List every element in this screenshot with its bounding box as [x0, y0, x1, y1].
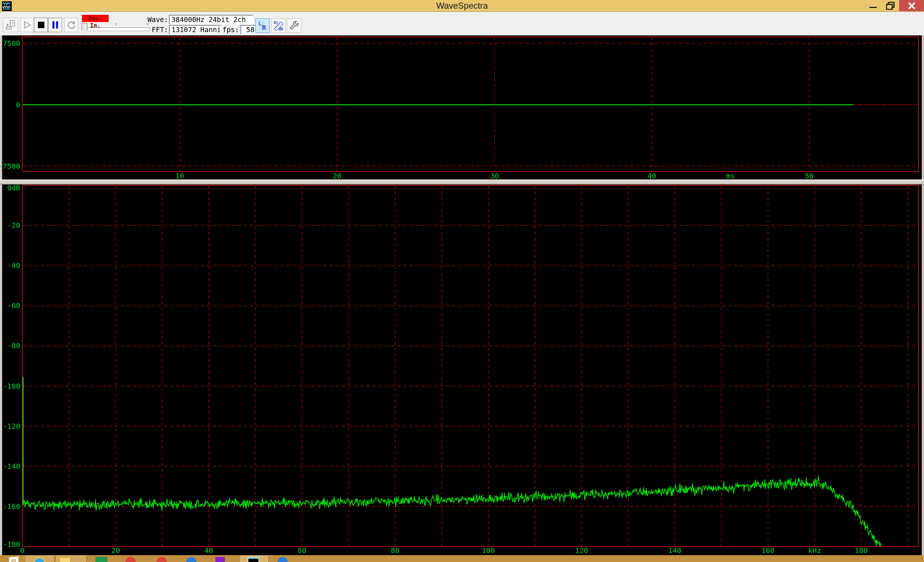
tick-label: 7500	[3, 39, 20, 48]
tick-label: -40	[7, 261, 20, 270]
tick-label: 120	[575, 546, 588, 555]
pause-button[interactable]	[48, 18, 62, 32]
tick-label: 20	[111, 546, 120, 555]
file-explorer-icon[interactable]	[59, 557, 71, 562]
hz-db-scale-icon: Hz dB	[273, 20, 284, 31]
taskbar	[0, 555, 924, 562]
play-icon	[22, 20, 32, 30]
slider-tick	[116, 23, 116, 25]
fps-label: fps:	[221, 26, 239, 34]
close-icon	[908, 2, 916, 10]
waveform-chart: 75000-75001020304050ms	[0, 35, 924, 179]
wave-label: Wave:	[143, 15, 168, 24]
app-red-icon-2[interactable]	[157, 557, 167, 562]
tick-label: -60	[7, 301, 20, 310]
rec-in-indicator: Rec. In.	[82, 15, 109, 22]
app-blue-icon-1[interactable]	[186, 557, 196, 562]
tick-label: 0	[16, 101, 20, 109]
spectrum-trace	[23, 476, 881, 547]
tick-label: kHz	[808, 546, 821, 555]
app-blue-icon-2[interactable]	[278, 557, 288, 562]
tick-label: -7500	[0, 162, 20, 170]
fps-value-field[interactable]: 58	[240, 25, 257, 35]
playback-position-slider[interactable]	[81, 23, 151, 34]
tick-label: -20	[7, 221, 20, 230]
tick-label: 100	[482, 546, 495, 555]
title-bar: WaveSpectra	[0, 0, 924, 12]
taskbar-seam	[86, 555, 87, 562]
lr-channel-icon: L R	[257, 20, 268, 31]
tick-label: 0dB	[7, 185, 20, 192]
stop-icon	[37, 21, 45, 29]
screen: WaveSpectra	[0, 0, 924, 562]
open-file-button[interactable]	[3, 18, 18, 32]
app-purple-icon[interactable]	[216, 557, 225, 562]
wrench-icon	[289, 20, 300, 31]
tick-label: 30	[490, 171, 499, 179]
toolbar: Rec. In. Wave: 384000Hz 24bit 2ch FFT: 1…	[0, 12, 924, 36]
tick-label: 40	[204, 546, 213, 555]
open-file-icon	[5, 20, 15, 30]
tick-label: -160	[3, 502, 20, 511]
svg-text:dB: dB	[279, 27, 283, 31]
lr-channel-toggle-button[interactable]: L R	[255, 18, 270, 33]
hz-db-scale-button[interactable]: Hz dB	[271, 18, 285, 33]
play-button[interactable]	[20, 18, 34, 32]
tick-label: 180	[855, 546, 868, 555]
tick-label: -80	[7, 341, 20, 350]
app-red-icon-1[interactable]	[126, 557, 136, 562]
stop-button[interactable]	[34, 18, 48, 32]
window-title: WaveSpectra	[0, 1, 924, 11]
loop-button[interactable]	[64, 18, 78, 32]
slider-groove[interactable]	[83, 27, 150, 31]
close-button[interactable]	[899, 0, 924, 11]
start-button[interactable]	[9, 557, 18, 562]
tick-label: -180	[3, 540, 20, 548]
minimize-button[interactable]	[864, 0, 882, 11]
restore-icon	[886, 2, 895, 10]
minimize-icon	[870, 7, 877, 8]
tick-label: 140	[668, 546, 681, 555]
tick-label: 10	[176, 171, 184, 179]
tick-label: -120	[3, 422, 20, 431]
tick-label: 0	[20, 546, 24, 555]
tick-label: ms	[726, 171, 735, 179]
tick-label: 80	[391, 546, 399, 555]
panel-divider[interactable]	[0, 179, 924, 185]
taskbar-seam	[54, 555, 55, 562]
tick-label: -140	[3, 462, 20, 470]
svg-text:R: R	[262, 24, 266, 31]
wavespectra-taskbar-button[interactable]	[248, 557, 259, 562]
settings-button[interactable]	[287, 18, 302, 33]
excel-icon[interactable]	[96, 557, 107, 562]
tick-label: 50	[805, 171, 813, 179]
pause-icon	[51, 21, 60, 29]
tick-label: 60	[298, 546, 306, 555]
spectrum-chart: 0dB-20-40-60-80-100-120-140-160-18002040…	[0, 185, 924, 555]
fft-label: FFT:	[143, 26, 168, 34]
svg-text:L: L	[258, 21, 261, 26]
svg-text:Hz: Hz	[274, 21, 278, 24]
plot-border	[22, 37, 919, 171]
loop-icon	[67, 20, 76, 30]
wave-format-field[interactable]: 384000Hz 24bit 2ch	[169, 15, 254, 24]
plot-border	[22, 185, 919, 547]
fft-setting-field[interactable]: 131072 Hanning	[169, 25, 221, 35]
tick-label: -100	[3, 382, 20, 391]
window-controls	[864, 0, 924, 11]
tick-label: 40	[648, 171, 656, 179]
tick-label: 160	[762, 546, 775, 555]
slider-thumb[interactable]	[82, 23, 87, 33]
tick-label: 20	[333, 171, 342, 179]
restore-button[interactable]	[882, 0, 899, 11]
